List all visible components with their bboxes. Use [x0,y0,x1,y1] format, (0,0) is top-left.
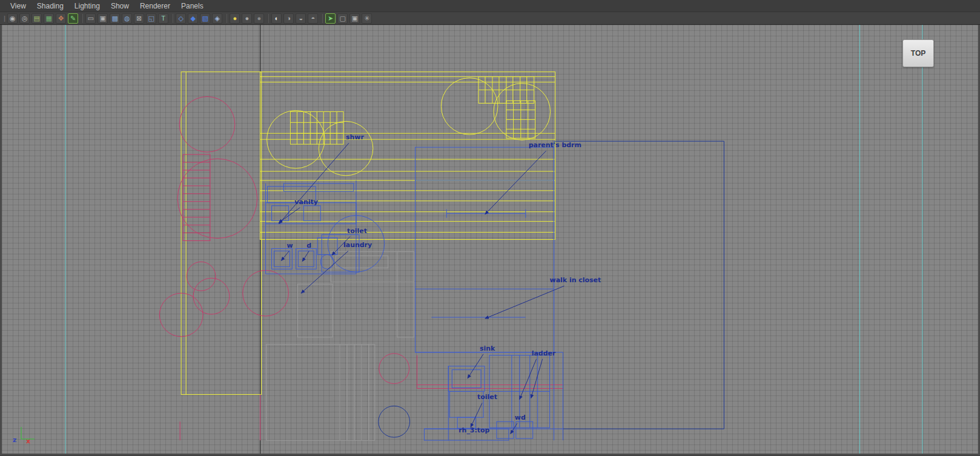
annotation-arrow [485,151,546,214]
select-camera-glyph: ◉ [10,15,16,22]
annotation-arrow [531,359,543,398]
wireframe-display-glyph: ◇ [178,15,183,22]
motion-blur-glyph: ◒ [299,15,303,22]
annotation-label: w [286,242,293,249]
multisampling-icon[interactable]: ◓ [308,13,318,24]
axis-z-label: z [13,436,16,444]
select-camera-icon[interactable]: ◉ [7,13,18,24]
lighting-flat-icon[interactable]: ● [254,13,264,24]
gate-mask-glyph: ▩ [112,15,118,22]
frame-text-glyph: T [161,15,165,22]
template-geometry-gray[interactable] [267,251,414,440]
toolbar-separator [227,14,227,23]
annotation-label: toilet [347,227,367,235]
annotation-label: vanity [294,198,317,206]
annotation-label: toilet [477,393,497,401]
textured-display-icon[interactable]: ▧ [200,13,210,24]
multisampling-glyph: ◓ [311,15,315,22]
menu-lighting[interactable]: Lighting [69,0,105,12]
image-plane-icon[interactable]: ▦ [44,13,54,24]
textured-display-glyph: ▧ [202,15,208,22]
isolate-select-glyph: ➤ [328,15,333,22]
x-ray-joints-icon[interactable]: ▣ [349,13,360,24]
annotation-label: shwr [346,133,364,141]
view-cube-top[interactable]: TOP [902,39,934,67]
menu-panels[interactable]: Panels [176,0,209,12]
two-d-pan-zoom-glyph: ✥ [58,15,64,22]
gate-mask-icon[interactable]: ▩ [110,13,120,24]
floor-plan-svg: shwrparent's bdrmvanitytoiletlaundrywdwa… [2,25,978,454]
annotation-label: rh_3:top [459,426,489,434]
wireframe-display-icon[interactable]: ◇ [176,13,186,24]
menu-renderer[interactable]: Renderer [134,0,176,12]
annotation-label: wd [515,414,526,421]
annotation-arrow [279,208,300,223]
resolution-gate-glyph: ▣ [100,15,106,22]
toolbar-separator [268,14,269,23]
menu-view[interactable]: View [5,0,31,12]
annotation-label: parent's bdrm [529,141,581,149]
screen-space-ao-glyph: ◑ [286,15,291,22]
axis-x-label: x [26,437,30,445]
connections-icon[interactable]: ✳ [362,13,372,24]
two-d-pan-zoom-icon[interactable]: ✥ [56,13,66,24]
annotation-label: laundry [343,241,372,249]
annotation-arrow [281,251,289,260]
safe-title-glyph: ◱ [148,15,154,22]
toolbar-separator [82,14,83,23]
use-default-material-glyph: ◈ [214,15,219,22]
x-ray-icon[interactable]: ▢ [337,13,348,24]
safe-action-icon[interactable]: ⊠ [134,13,144,24]
annotation-arrow [471,403,482,427]
viewport-canvas[interactable]: shwrparent's bdrmvanitytoiletlaundrywdwa… [0,25,980,455]
grease-pencil-icon[interactable]: ✎ [68,13,78,24]
lighting-default-glyph: ● [245,15,249,22]
film-gate-glyph: ▭ [88,15,94,22]
toolbar-grip-icon: || [4,15,4,22]
panel-toolbar: || ◉◎▤▦✥✎▭▣▩◍⊠◱T◇◆▧◈●●●◐◑◒◓➤▢▣✳ [0,12,980,25]
menu-show[interactable]: Show [105,0,134,12]
camera-attributes-icon[interactable]: ◎ [19,13,30,24]
annotation-label: sink [480,345,495,352]
shadows-icon[interactable]: ◐ [271,13,282,24]
camera-bookmarks-icon[interactable]: ▤ [31,13,42,24]
toolbar-separator [173,14,173,23]
x-ray-joints-glyph: ▣ [352,15,358,22]
use-default-material-icon[interactable]: ◈ [212,13,222,24]
annotation-label: ladder [532,349,556,357]
field-chart-icon[interactable]: ◍ [122,13,132,24]
field-chart-glyph: ◍ [124,15,130,22]
annotation-arrow [485,286,564,319]
grease-pencil-glyph: ✎ [70,15,76,22]
shadows-glyph: ◐ [274,15,279,22]
lighting-all-glyph: ● [233,15,237,22]
safe-title-icon[interactable]: ◱ [146,13,156,24]
annotation-arrow [520,359,537,400]
lighting-default-icon[interactable]: ● [242,13,252,24]
connections-glyph: ✳ [364,15,369,22]
frame-text-icon[interactable]: T [158,13,168,24]
menu-shading[interactable]: Shading [31,0,69,12]
shaded-display-icon[interactable]: ◆ [188,13,198,24]
resolution-gate-icon[interactable]: ▣ [98,13,108,24]
motion-blur-icon[interactable]: ◒ [296,13,306,24]
toolbar-separator [322,14,323,23]
annotation-label: d [306,242,311,249]
panel-menubar: ViewShadingLightingShowRendererPanels [0,0,980,12]
axis-gizmo: z x [13,423,41,444]
film-gate-icon[interactable]: ▭ [85,13,96,24]
safe-action-glyph: ⊠ [136,15,142,22]
screen-space-ao-icon[interactable]: ◑ [283,13,294,24]
isolate-select-icon[interactable]: ➤ [325,13,336,24]
camera-bookmarks-glyph: ▤ [34,15,40,22]
annotation-label: walk in closet [550,276,601,284]
image-plane-glyph: ▦ [46,15,52,22]
lighting-flat-glyph: ● [257,15,261,22]
lighting-all-icon[interactable]: ● [230,13,240,24]
annotation-layer: shwrparent's bdrmvanitytoiletlaundrywdwa… [279,133,601,434]
x-ray-glyph: ▢ [340,15,346,22]
camera-attributes-glyph: ◎ [22,15,28,22]
annotation-arrow [302,251,309,261]
shaded-display-glyph: ◆ [190,15,195,22]
